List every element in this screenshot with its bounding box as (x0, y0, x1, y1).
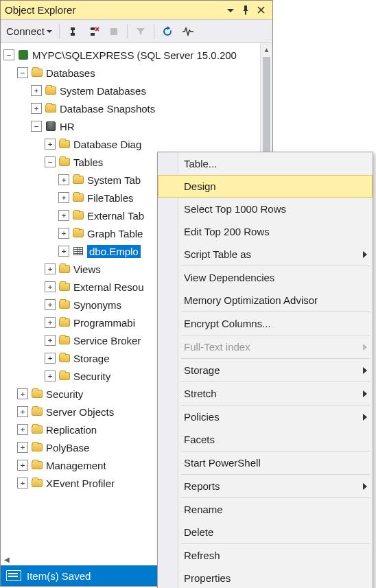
expand-icon[interactable]: + (31, 103, 42, 114)
collapse-icon[interactable]: − (45, 156, 56, 167)
folder-icon (31, 67, 43, 78)
scroll-up-icon[interactable]: ▲ (261, 43, 272, 56)
expand-icon[interactable]: + (17, 442, 28, 453)
titlebar: Object Explorer (1, 1, 272, 20)
status-text: Item(s) Saved (27, 570, 91, 582)
menu-start-powershell[interactable]: Start PowerShell (158, 451, 373, 474)
table-icon (72, 246, 84, 257)
menu-storage[interactable]: Storage (158, 359, 373, 381)
menu-facets[interactable]: Facets (158, 428, 373, 451)
expand-icon[interactable]: + (58, 228, 69, 239)
connect-icon[interactable] (63, 22, 82, 41)
svg-rect-0 (110, 28, 117, 35)
connect-dropdown[interactable]: Connect (3, 24, 56, 38)
collapse-icon[interactable]: − (17, 67, 28, 78)
hr-database-node[interactable]: −HR (1, 117, 272, 135)
filter-icon[interactable] (131, 22, 150, 41)
menu-delete[interactable]: Delete (158, 521, 373, 543)
menu-new-table[interactable]: Table... (158, 152, 373, 175)
scroll-left-icon[interactable]: ◀ (2, 554, 12, 564)
pin-icon[interactable] (238, 3, 253, 18)
submenu-arrow-icon (363, 483, 367, 490)
folder-icon (45, 103, 57, 114)
expand-icon[interactable]: + (31, 85, 42, 96)
submenu-arrow-icon (363, 367, 367, 374)
menu-select-top[interactable]: Select Top 1000 Rows (158, 198, 373, 220)
folder-icon (58, 353, 71, 364)
separator (154, 24, 154, 39)
folder-icon (72, 228, 84, 239)
folder-icon (72, 192, 84, 203)
menu-reports[interactable]: Reports (158, 475, 373, 497)
expand-icon[interactable]: + (45, 299, 56, 310)
close-icon[interactable] (253, 3, 268, 18)
panel-title: Object Explorer (5, 4, 223, 16)
folder-icon (58, 156, 71, 167)
menu-stretch[interactable]: Stretch (158, 382, 373, 405)
expand-icon[interactable]: + (58, 210, 69, 221)
menu-refresh[interactable]: Refresh (158, 544, 373, 567)
server-node[interactable]: −MYPC\SQLEXPRESS (SQL Server 15.0.200 (1, 46, 272, 64)
expand-icon[interactable]: + (45, 263, 56, 274)
menu-rename[interactable]: Rename (158, 498, 373, 521)
expand-icon[interactable]: + (45, 139, 56, 150)
submenu-arrow-icon (363, 390, 367, 397)
activity-icon[interactable] (178, 22, 198, 41)
folder-icon (31, 424, 43, 435)
folder-icon (58, 335, 71, 346)
folder-icon (31, 388, 43, 399)
server-icon (17, 49, 30, 60)
menu-view-dependencies[interactable]: View Dependencies (158, 266, 373, 289)
menu-edit-top[interactable]: Edit Top 200 Rows (158, 220, 373, 243)
expand-icon[interactable]: + (17, 424, 28, 435)
submenu-arrow-icon (363, 414, 367, 421)
folder-icon (31, 478, 43, 489)
separator (59, 24, 60, 39)
expand-icon[interactable]: + (45, 353, 56, 364)
expand-icon[interactable]: + (17, 406, 28, 417)
database-diagrams-node[interactable]: +Database Diag (1, 135, 272, 153)
expand-icon[interactable]: + (58, 174, 69, 185)
collapse-icon[interactable]: − (31, 121, 42, 132)
expand-icon[interactable]: + (58, 192, 69, 203)
menu-script-table-as[interactable]: Script Table as (158, 243, 373, 266)
folder-icon (31, 460, 43, 471)
expand-icon[interactable]: + (45, 281, 56, 292)
folder-icon (72, 210, 84, 221)
toolbar: Connect (1, 20, 272, 43)
stop-icon[interactable] (104, 22, 124, 41)
databases-node[interactable]: −Databases (1, 64, 272, 82)
menu-memory-optimization[interactable]: Memory Optimization Advisor (158, 289, 373, 311)
expand-icon[interactable]: + (45, 371, 56, 381)
expand-icon[interactable]: + (17, 478, 28, 489)
submenu-arrow-icon (363, 344, 367, 351)
folder-icon (58, 299, 71, 310)
menu-properties[interactable]: Properties (158, 567, 373, 588)
connect-label: Connect (6, 25, 45, 37)
folder-icon (58, 317, 71, 328)
system-databases-node[interactable]: +System Databases (1, 82, 272, 99)
refresh-icon[interactable] (158, 22, 177, 41)
database-icon (45, 121, 57, 132)
expand-icon[interactable]: + (58, 246, 69, 257)
collapse-icon[interactable]: − (3, 49, 14, 60)
menu-policies[interactable]: Policies (158, 405, 373, 428)
folder-icon (58, 371, 71, 381)
menu-design[interactable]: Design (158, 175, 373, 198)
folder-icon (31, 406, 43, 417)
menu-fulltext-index: Full-Text index (158, 336, 373, 358)
folder-icon (58, 281, 71, 292)
disconnect-icon[interactable] (84, 22, 103, 41)
separator (127, 24, 128, 39)
context-menu: Table... Design Select Top 1000 Rows Edi… (157, 152, 373, 588)
expand-icon[interactable]: + (45, 335, 56, 346)
expand-icon[interactable]: + (45, 317, 56, 328)
status-icon (6, 570, 21, 581)
submenu-arrow-icon (363, 251, 367, 258)
expand-icon[interactable]: + (17, 460, 28, 471)
window-position-icon[interactable] (223, 3, 238, 18)
folder-icon (45, 85, 57, 96)
expand-icon[interactable]: + (17, 388, 28, 399)
menu-encrypt-columns[interactable]: Encrypt Columns... (158, 312, 373, 335)
database-snapshots-node[interactable]: +Database Snapshots (1, 99, 272, 117)
